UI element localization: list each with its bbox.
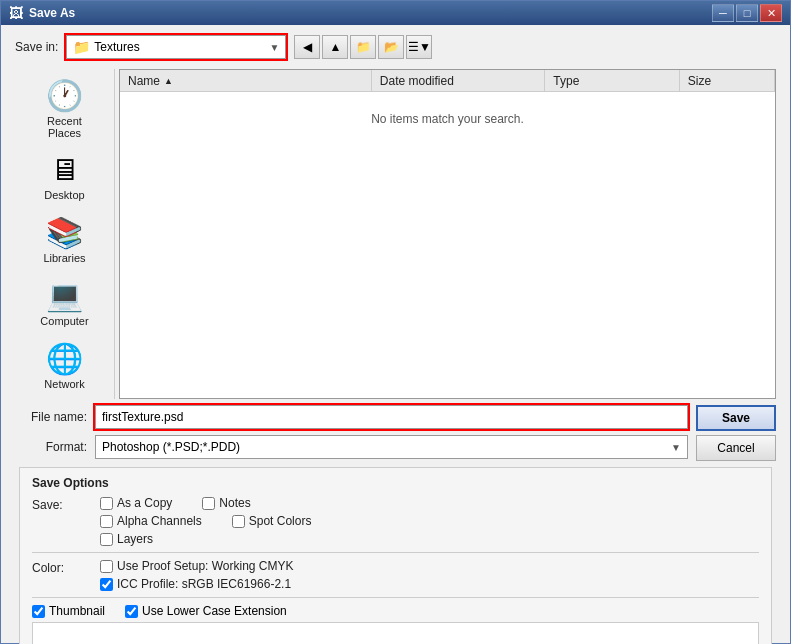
- dialog-body: Save in: 📁 Textures ▼ ◀ ▲ 📁 📂 ☰▼ 🕐 Recen…: [1, 25, 790, 644]
- checkbox-layers[interactable]: Layers: [100, 532, 153, 546]
- checkbox-spot-colors[interactable]: Spot Colors: [232, 514, 312, 528]
- checkbox-thumbnail-input[interactable]: [32, 605, 45, 618]
- file-browser-header: Name ▲ Date modified Type Size: [120, 70, 775, 92]
- filename-input-wrap[interactable]: [95, 405, 688, 429]
- empty-message: No items match your search.: [371, 112, 524, 126]
- checkbox-row-2: Alpha Channels Spot Colors: [100, 514, 759, 528]
- checkbox-spot-colors-label: Spot Colors: [249, 514, 312, 528]
- sidebar-item-network[interactable]: 🌐 Network: [25, 336, 105, 395]
- sidebar: 🕐 Recent Places 🖥 Desktop 📚 Libraries 💻 …: [15, 69, 115, 399]
- maximize-button[interactable]: □: [736, 4, 758, 22]
- color-options: Use Proof Setup: Working CMYK ICC Profil…: [100, 559, 294, 591]
- checkbox-alpha[interactable]: Alpha Channels: [100, 514, 202, 528]
- toolbar-buttons: ◀ ▲ 📁 📂 ☰▼: [294, 35, 432, 59]
- checkbox-use-proof-label: Use Proof Setup: Working CMYK: [117, 559, 294, 573]
- checkbox-alpha-label: Alpha Channels: [117, 514, 202, 528]
- checkbox-layers-label: Layers: [117, 532, 153, 546]
- col-size-label: Size: [688, 74, 711, 88]
- sidebar-item-desktop[interactable]: 🖥 Desktop: [25, 148, 105, 206]
- checkbox-use-proof[interactable]: Use Proof Setup: Working CMYK: [100, 559, 294, 573]
- save-row: Save: As a Copy Notes: [32, 496, 759, 546]
- title-bar: 🖼 Save As ─ □ ✕: [1, 1, 790, 25]
- form-section: File name: Format: Photoshop (*.PSD;*.PD…: [15, 405, 776, 461]
- save-checkboxes: As a Copy Notes Alpha Channels: [100, 496, 759, 546]
- sidebar-item-recent-places[interactable]: 🕐 Recent Places: [25, 73, 105, 144]
- checkbox-layers-input[interactable]: [100, 533, 113, 546]
- save-in-label: Save in:: [15, 40, 58, 54]
- save-options-title: Save Options: [32, 476, 759, 490]
- format-value: Photoshop (*.PSD;*.PDD): [102, 440, 671, 454]
- save-row-label: Save:: [32, 496, 92, 512]
- checkbox-notes-label: Notes: [219, 496, 250, 510]
- cancel-button[interactable]: Cancel: [696, 435, 776, 461]
- computer-icon: 💻: [46, 278, 83, 313]
- checkbox-row-3: Layers: [100, 532, 759, 546]
- main-area: 🕐 Recent Places 🖥 Desktop 📚 Libraries 💻 …: [15, 69, 776, 399]
- col-header-type[interactable]: Type: [545, 70, 679, 91]
- checkbox-as-copy[interactable]: As a Copy: [100, 496, 172, 510]
- desktop-icon: 🖥: [50, 153, 80, 187]
- sidebar-label-libraries: Libraries: [43, 252, 85, 264]
- sidebar-label-network: Network: [44, 378, 84, 390]
- format-label: Format:: [15, 440, 87, 454]
- divider-1: [32, 552, 759, 553]
- color-label: Color:: [32, 559, 92, 575]
- checkbox-notes[interactable]: Notes: [202, 496, 250, 510]
- col-header-name[interactable]: Name ▲: [120, 70, 372, 91]
- recent-places-icon: 🕐: [46, 78, 83, 113]
- save-in-arrow: ▼: [269, 42, 279, 53]
- sidebar-item-libraries[interactable]: 📚 Libraries: [25, 210, 105, 269]
- network-icon: 🌐: [46, 341, 83, 376]
- color-row: Color: Use Proof Setup: Working CMYK ICC…: [32, 559, 759, 591]
- col-type-label: Type: [553, 74, 579, 88]
- filename-input[interactable]: [102, 410, 681, 424]
- dialog-container: 🖼 Save As ─ □ ✕ Save in: 📁 Textures ▼ ◀ …: [0, 0, 791, 644]
- checkbox-icc-profile-input[interactable]: [100, 578, 113, 591]
- file-browser: Name ▲ Date modified Type Size No items …: [119, 69, 776, 399]
- checkbox-thumbnail[interactable]: Thumbnail: [32, 604, 105, 618]
- new-folder-button[interactable]: 📂: [378, 35, 404, 59]
- filename-row: File name:: [15, 405, 688, 429]
- checkbox-notes-input[interactable]: [202, 497, 215, 510]
- sidebar-label-recent-places: Recent Places: [30, 115, 100, 139]
- checkbox-thumbnail-label: Thumbnail: [49, 604, 105, 618]
- back-button[interactable]: ◀: [294, 35, 320, 59]
- sort-arrow: ▲: [164, 76, 173, 86]
- window-title: Save As: [29, 6, 75, 20]
- col-header-date[interactable]: Date modified: [372, 70, 546, 91]
- title-bar-left: 🖼 Save As: [9, 5, 75, 21]
- checkbox-lowercase[interactable]: Use Lower Case Extension: [125, 604, 287, 618]
- checkbox-icc-profile[interactable]: ICC Profile: sRGB IEC61966-2.1: [100, 577, 294, 591]
- checkbox-icc-profile-label: ICC Profile: sRGB IEC61966-2.1: [117, 577, 291, 591]
- format-arrow: ▼: [671, 442, 681, 453]
- col-header-size[interactable]: Size: [680, 70, 775, 91]
- up-folder-button[interactable]: 📁: [350, 35, 376, 59]
- checkbox-as-copy-input[interactable]: [100, 497, 113, 510]
- checkbox-lowercase-label: Use Lower Case Extension: [142, 604, 287, 618]
- checkbox-lowercase-input[interactable]: [125, 605, 138, 618]
- sidebar-label-computer: Computer: [40, 315, 88, 327]
- sidebar-item-computer[interactable]: 💻 Computer: [25, 273, 105, 332]
- title-bar-controls: ─ □ ✕: [712, 4, 782, 22]
- format-combo[interactable]: Photoshop (*.PSD;*.PDD) ▼: [95, 435, 688, 459]
- col-name-label: Name: [128, 74, 160, 88]
- bottom-row: Thumbnail Use Lower Case Extension: [32, 604, 759, 618]
- sidebar-label-desktop: Desktop: [44, 189, 84, 201]
- save-in-row: Save in: 📁 Textures ▼ ◀ ▲ 📁 📂 ☰▼: [15, 35, 776, 59]
- minimize-button[interactable]: ─: [712, 4, 734, 22]
- close-button[interactable]: ✕: [760, 4, 782, 22]
- form-fields: File name: Format: Photoshop (*.PSD;*.PD…: [15, 405, 688, 459]
- checkbox-spot-colors-input[interactable]: [232, 515, 245, 528]
- checkbox-use-proof-input[interactable]: [100, 560, 113, 573]
- libraries-icon: 📚: [46, 215, 83, 250]
- views-button[interactable]: ☰▼: [406, 35, 432, 59]
- checkbox-alpha-input[interactable]: [100, 515, 113, 528]
- bottom-text-box: [32, 622, 759, 644]
- save-button[interactable]: Save: [696, 405, 776, 431]
- checkbox-as-copy-label: As a Copy: [117, 496, 172, 510]
- divider-2: [32, 597, 759, 598]
- folder-icon: 📁: [73, 39, 90, 55]
- save-in-combo[interactable]: 📁 Textures ▼: [66, 35, 286, 59]
- filename-label: File name:: [15, 410, 87, 424]
- forward-button[interactable]: ▲: [322, 35, 348, 59]
